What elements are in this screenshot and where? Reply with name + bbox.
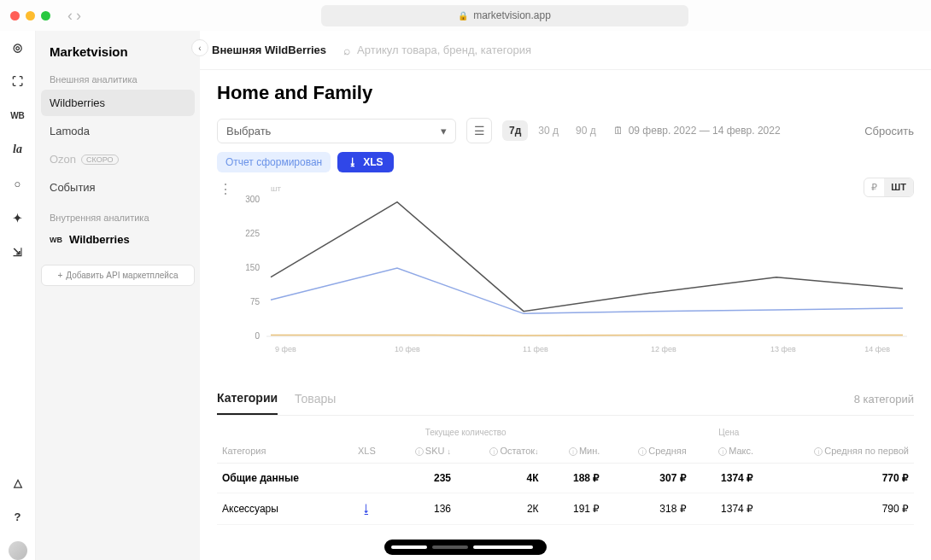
soon-badge: СКОРО (81, 155, 118, 165)
category-count: 8 категорий (854, 393, 914, 405)
chart-area: ⋮ ₽ ШТ ШТ 300 225 150 75 0 (217, 181, 914, 372)
chart-ylabel: ШТ (271, 185, 281, 193)
section-external-label: Внешняя аналитика (41, 71, 195, 88)
maximize-window[interactable] (41, 11, 50, 20)
group-qty-header: Текущее количество (388, 421, 544, 439)
period-7d[interactable]: 7д (502, 120, 528, 141)
plus-icon: + (58, 271, 63, 280)
download-xls-button[interactable]: ⭳ XLS (337, 152, 393, 172)
svg-text:75: 75 (250, 297, 261, 306)
svg-text:14 фев: 14 фев (864, 345, 890, 353)
sidebar-item-wildberries[interactable]: Wildberries (41, 90, 195, 116)
page-title: Home and Family (217, 82, 914, 104)
search-input[interactable] (357, 44, 919, 56)
unit-toggle: ₽ ШТ (864, 178, 914, 197)
line-chart: ШТ 300 225 150 75 0 9 фев 10 фев (217, 181, 914, 369)
table-row: Общие данные 235 4К 188 ₽ 307 ₽ 1374 ₽ 7… (217, 464, 914, 493)
svg-text:11 фев: 11 фев (523, 345, 548, 353)
group-price-header: Цена (544, 421, 914, 439)
table-row[interactable]: Аксессуары ⭳ 136 2К 191 ₽ 318 ₽ 1374 ₽ 7… (217, 493, 914, 525)
sidebar-collapse-button[interactable]: ‹ (191, 39, 208, 56)
close-window[interactable] (10, 11, 20, 20)
home-indicator (384, 540, 547, 555)
period-30d[interactable]: 30 д (531, 120, 565, 141)
period-group: 7д 30 д 90 д (502, 120, 603, 141)
svg-text:0: 0 (255, 331, 260, 341)
calendar-icon: 🗓 (613, 125, 624, 137)
download-row-icon[interactable]: ⭳ (360, 502, 372, 516)
topbar: Внешняя WildBerries ⌕ (200, 31, 931, 70)
browser-chrome: ‹ › 🔒 marketvision.app (0, 0, 931, 31)
main-area: Внешняя WildBerries ⌕ Home and Family Вы… (200, 31, 931, 560)
col-xls: XLS (346, 439, 388, 464)
sidebar-item-events[interactable]: События (41, 174, 195, 201)
svg-text:300: 300 (245, 195, 260, 204)
target-icon[interactable]: ◎ (9, 38, 27, 56)
minimize-window[interactable] (26, 11, 35, 20)
crosshair-icon[interactable]: ✦ (9, 208, 27, 227)
avatar[interactable] (9, 541, 27, 560)
browser-nav: ‹ › (67, 7, 81, 25)
bell-icon[interactable]: △ (9, 473, 27, 492)
lock-icon: 🔒 (458, 11, 468, 20)
svg-text:10 фев: 10 фев (395, 345, 420, 353)
col-sku[interactable]: iSKU ↓ (388, 439, 456, 464)
report-status-badge: Отчет сформирован (217, 152, 331, 172)
sidebar-internal-wildberries[interactable]: WB Wildberries (41, 226, 195, 253)
category-select[interactable]: Выбрать ▾ (217, 119, 456, 143)
url-bar[interactable]: 🔒 marketvision.app (321, 5, 688, 26)
wb-prefix: WB (50, 236, 62, 244)
tabs-row: Категории Товары 8 категорий (217, 382, 914, 416)
back-icon[interactable]: ‹ (67, 7, 73, 25)
col-stock[interactable]: iОстаток↓ (456, 439, 544, 464)
col-avg-first[interactable]: iСредняя по первой (758, 439, 914, 464)
sidebar-item-ozon[interactable]: OzonСКОРО (41, 146, 195, 172)
sidebar: ‹ Marketvision Внешняя аналитика Wildber… (36, 31, 200, 560)
col-category[interactable]: Категория (217, 439, 346, 464)
forward-icon[interactable]: › (76, 7, 81, 25)
svg-text:225: 225 (245, 229, 260, 238)
chevron-down-icon: ▾ (441, 125, 447, 137)
chart-menu-icon[interactable]: ⋮ (219, 181, 231, 197)
svg-text:150: 150 (245, 263, 260, 272)
col-avg[interactable]: iСредняя (605, 439, 691, 464)
window-controls (10, 11, 50, 20)
unit-pieces[interactable]: ШТ (884, 178, 913, 196)
unit-ruble[interactable]: ₽ (864, 178, 884, 196)
url-text: marketvision.app (473, 9, 551, 21)
period-90d[interactable]: 90 д (569, 120, 603, 141)
data-table: Текущее количество Цена Категория XLS iS… (217, 421, 914, 525)
svg-text:13 фев: 13 фев (770, 345, 796, 353)
filter-row: Выбрать ▾ ☰ 7д 30 д 90 д 🗓 09 февр. 2022… (217, 118, 914, 143)
col-min[interactable]: iМин. (544, 439, 606, 464)
sidebar-item-lamoda[interactable]: Lamoda (41, 118, 195, 144)
breadcrumb: Внешняя WildBerries (212, 44, 326, 56)
search-wrap: ⌕ (343, 44, 919, 57)
tab-products[interactable]: Товары (295, 383, 336, 414)
report-row: Отчет сформирован ⭳ XLS (217, 152, 914, 172)
reset-button[interactable]: Сбросить (864, 125, 914, 137)
search-icon: ⌕ (343, 44, 350, 57)
brand-title: Marketvision (41, 39, 195, 71)
filter-settings-button[interactable]: ☰ (466, 118, 492, 143)
add-api-button[interactable]: +Добавить API маркетплейса (41, 265, 195, 286)
svg-text:12 фев: 12 фев (651, 345, 676, 353)
help-icon[interactable]: ? (9, 507, 27, 526)
svg-text:9 фев: 9 фев (275, 345, 296, 353)
section-internal-label: Внутренняя аналитика (41, 209, 195, 226)
ozon-icon[interactable]: ○ (9, 174, 27, 193)
icon-rail: ◎ ⛶ WB la ○ ✦ ⇲ △ ? (0, 31, 36, 560)
expand-icon[interactable]: ⛶ (9, 72, 27, 90)
date-range-picker[interactable]: 🗓 09 февр. 2022 — 14 февр. 2022 (613, 125, 781, 137)
tab-categories[interactable]: Категории (217, 382, 278, 415)
col-max[interactable]: iМакс. (692, 439, 758, 464)
lamoda-icon[interactable]: la (9, 140, 27, 159)
download-icon: ⭳ (348, 156, 358, 168)
wb-icon[interactable]: WB (9, 106, 27, 125)
collapse-icon[interactable]: ⇲ (9, 242, 27, 261)
